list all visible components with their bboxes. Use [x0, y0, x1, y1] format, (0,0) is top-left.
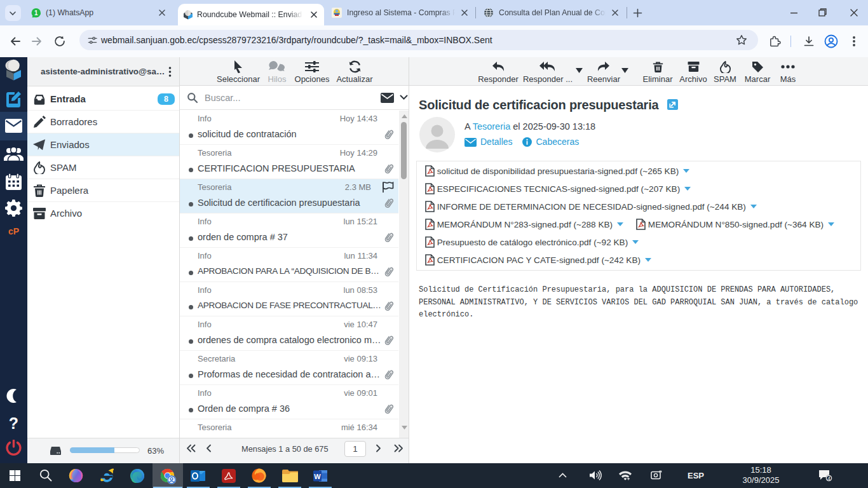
svg-text:4: 4 — [827, 475, 831, 482]
svg-text:W: W — [314, 473, 321, 480]
svg-text:1: 1 — [34, 10, 38, 17]
